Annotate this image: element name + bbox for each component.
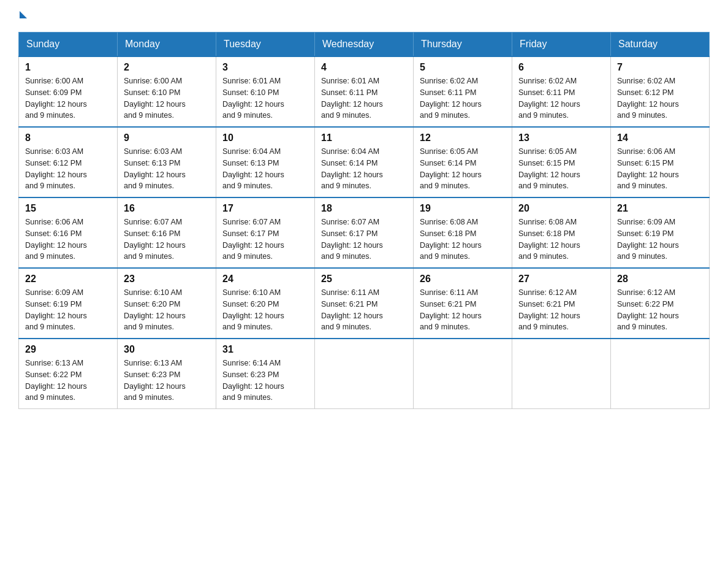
day-number: 15 [25,203,111,214]
week-row-3: 15 Sunrise: 6:06 AM Sunset: 6:16 PM Dayl… [19,197,710,268]
weekday-header-friday: Friday [512,33,611,57]
day-number: 10 [222,132,308,144]
weekday-header-wednesday: Wednesday [315,33,414,57]
calendar-cell: 20 Sunrise: 6:08 AM Sunset: 6:18 PM Dayl… [512,197,611,268]
day-info: Sunrise: 6:02 AM Sunset: 6:11 PM Dayligh… [518,75,604,121]
day-info: Sunrise: 6:00 AM Sunset: 6:09 PM Dayligh… [25,75,111,121]
calendar-cell: 7 Sunrise: 6:02 AM Sunset: 6:12 PM Dayli… [611,56,710,127]
day-number: 31 [222,344,308,355]
calendar-cell: 12 Sunrise: 6:05 AM Sunset: 6:14 PM Dayl… [414,127,512,197]
day-number: 30 [124,344,210,355]
week-row-1: 1 Sunrise: 6:00 AM Sunset: 6:09 PM Dayli… [19,56,710,127]
calendar-cell [611,339,710,409]
calendar-cell: 23 Sunrise: 6:10 AM Sunset: 6:20 PM Dayl… [118,268,216,339]
week-row-4: 22 Sunrise: 6:09 AM Sunset: 6:19 PM Dayl… [19,268,710,339]
day-info: Sunrise: 6:05 AM Sunset: 6:14 PM Dayligh… [420,146,506,192]
day-info: Sunrise: 6:12 AM Sunset: 6:21 PM Dayligh… [518,287,604,333]
calendar-cell: 8 Sunrise: 6:03 AM Sunset: 6:12 PM Dayli… [19,127,118,197]
day-number: 29 [25,344,111,355]
day-number: 6 [518,62,604,73]
day-info: Sunrise: 6:01 AM Sunset: 6:10 PM Dayligh… [222,75,308,121]
day-info: Sunrise: 6:07 AM Sunset: 6:17 PM Dayligh… [321,216,407,262]
logo [18,12,27,20]
calendar-cell: 3 Sunrise: 6:01 AM Sunset: 6:10 PM Dayli… [216,56,315,127]
day-info: Sunrise: 6:00 AM Sunset: 6:10 PM Dayligh… [124,75,210,121]
day-number: 9 [124,132,210,144]
day-info: Sunrise: 6:03 AM Sunset: 6:13 PM Dayligh… [124,146,210,192]
day-number: 4 [321,62,407,73]
calendar-cell [512,339,611,409]
day-info: Sunrise: 6:08 AM Sunset: 6:18 PM Dayligh… [518,216,604,262]
day-number: 20 [518,203,604,214]
day-info: Sunrise: 6:04 AM Sunset: 6:13 PM Dayligh… [222,146,308,192]
day-number: 14 [617,132,703,144]
calendar-cell: 29 Sunrise: 6:13 AM Sunset: 6:22 PM Dayl… [19,339,118,409]
calendar-cell: 6 Sunrise: 6:02 AM Sunset: 6:11 PM Dayli… [512,56,611,127]
logo-triangle-icon [20,11,27,18]
weekday-header-monday: Monday [118,33,216,57]
calendar-cell [315,339,414,409]
day-info: Sunrise: 6:04 AM Sunset: 6:14 PM Dayligh… [321,146,407,192]
day-info: Sunrise: 6:10 AM Sunset: 6:20 PM Dayligh… [124,287,210,333]
day-number: 22 [25,274,111,285]
day-number: 5 [420,62,506,73]
day-number: 12 [420,132,506,144]
day-number: 19 [420,203,506,214]
day-number: 8 [25,132,111,144]
calendar-cell: 15 Sunrise: 6:06 AM Sunset: 6:16 PM Dayl… [19,197,118,268]
day-number: 17 [222,203,308,214]
day-info: Sunrise: 6:11 AM Sunset: 6:21 PM Dayligh… [420,287,506,333]
week-row-2: 8 Sunrise: 6:03 AM Sunset: 6:12 PM Dayli… [19,127,710,197]
day-info: Sunrise: 6:02 AM Sunset: 6:12 PM Dayligh… [617,75,703,121]
day-info: Sunrise: 6:01 AM Sunset: 6:11 PM Dayligh… [321,75,407,121]
day-info: Sunrise: 6:05 AM Sunset: 6:15 PM Dayligh… [518,146,604,192]
day-number: 7 [617,62,703,73]
calendar-cell: 14 Sunrise: 6:06 AM Sunset: 6:15 PM Dayl… [611,127,710,197]
calendar-table: SundayMondayTuesdayWednesdayThursdayFrid… [18,32,710,409]
calendar-cell: 27 Sunrise: 6:12 AM Sunset: 6:21 PM Dayl… [512,268,611,339]
day-info: Sunrise: 6:09 AM Sunset: 6:19 PM Dayligh… [617,216,703,262]
day-info: Sunrise: 6:03 AM Sunset: 6:12 PM Dayligh… [25,146,111,192]
calendar-cell: 5 Sunrise: 6:02 AM Sunset: 6:11 PM Dayli… [414,56,512,127]
calendar-cell: 21 Sunrise: 6:09 AM Sunset: 6:19 PM Dayl… [611,197,710,268]
day-info: Sunrise: 6:11 AM Sunset: 6:21 PM Dayligh… [321,287,407,333]
day-info: Sunrise: 6:10 AM Sunset: 6:20 PM Dayligh… [222,287,308,333]
day-info: Sunrise: 6:02 AM Sunset: 6:11 PM Dayligh… [420,75,506,121]
calendar-cell: 16 Sunrise: 6:07 AM Sunset: 6:16 PM Dayl… [118,197,216,268]
day-number: 18 [321,203,407,214]
calendar-cell: 25 Sunrise: 6:11 AM Sunset: 6:21 PM Dayl… [315,268,414,339]
calendar-cell: 10 Sunrise: 6:04 AM Sunset: 6:13 PM Dayl… [216,127,315,197]
page-header [18,12,710,20]
day-number: 23 [124,274,210,285]
weekday-header-saturday: Saturday [611,33,710,57]
day-number: 28 [617,274,703,285]
day-info: Sunrise: 6:07 AM Sunset: 6:16 PM Dayligh… [124,216,210,262]
calendar-cell: 4 Sunrise: 6:01 AM Sunset: 6:11 PM Dayli… [315,56,414,127]
day-number: 11 [321,132,407,144]
calendar-cell: 13 Sunrise: 6:05 AM Sunset: 6:15 PM Dayl… [512,127,611,197]
calendar-cell: 2 Sunrise: 6:00 AM Sunset: 6:10 PM Dayli… [118,56,216,127]
day-number: 21 [617,203,703,214]
day-number: 3 [222,62,308,73]
day-info: Sunrise: 6:07 AM Sunset: 6:17 PM Dayligh… [222,216,308,262]
day-number: 13 [518,132,604,144]
day-number: 2 [124,62,210,73]
weekday-header-sunday: Sunday [19,33,118,57]
day-number: 27 [518,274,604,285]
calendar-cell: 30 Sunrise: 6:13 AM Sunset: 6:23 PM Dayl… [118,339,216,409]
calendar-cell: 9 Sunrise: 6:03 AM Sunset: 6:13 PM Dayli… [118,127,216,197]
calendar-cell: 26 Sunrise: 6:11 AM Sunset: 6:21 PM Dayl… [414,268,512,339]
calendar-cell: 28 Sunrise: 6:12 AM Sunset: 6:22 PM Dayl… [611,268,710,339]
calendar-cell: 11 Sunrise: 6:04 AM Sunset: 6:14 PM Dayl… [315,127,414,197]
week-row-5: 29 Sunrise: 6:13 AM Sunset: 6:22 PM Dayl… [19,339,710,409]
calendar-cell: 19 Sunrise: 6:08 AM Sunset: 6:18 PM Dayl… [414,197,512,268]
day-info: Sunrise: 6:06 AM Sunset: 6:15 PM Dayligh… [617,146,703,192]
calendar-cell: 22 Sunrise: 6:09 AM Sunset: 6:19 PM Dayl… [19,268,118,339]
day-info: Sunrise: 6:13 AM Sunset: 6:23 PM Dayligh… [124,358,210,404]
calendar-cell: 18 Sunrise: 6:07 AM Sunset: 6:17 PM Dayl… [315,197,414,268]
day-info: Sunrise: 6:06 AM Sunset: 6:16 PM Dayligh… [25,216,111,262]
day-info: Sunrise: 6:14 AM Sunset: 6:23 PM Dayligh… [222,358,308,404]
calendar-cell: 31 Sunrise: 6:14 AM Sunset: 6:23 PM Dayl… [216,339,315,409]
weekday-header-thursday: Thursday [414,33,512,57]
day-number: 24 [222,274,308,285]
